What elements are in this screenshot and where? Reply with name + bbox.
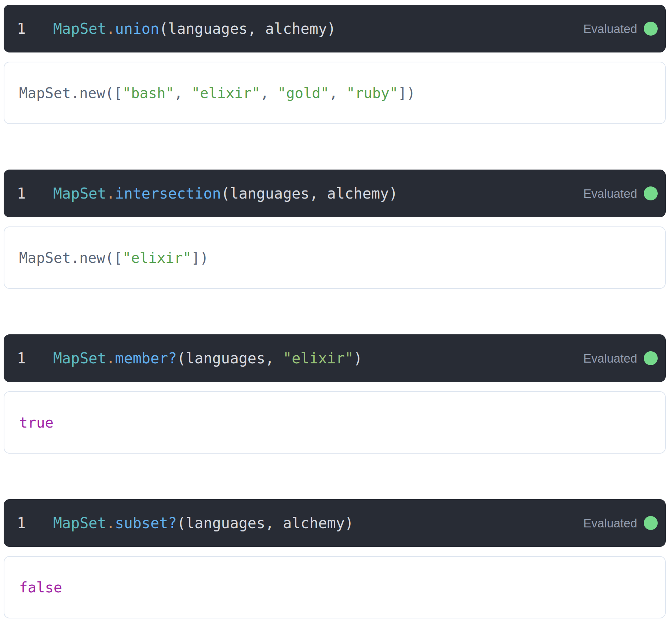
code-cell-editor[interactable]: 1 MapSet.subset?(languages, alchemy) Eva…: [4, 499, 666, 547]
evaluation-status-label: Evaluated: [583, 517, 637, 529]
code-token-boolean: true: [19, 414, 54, 431]
code-token-operator: .: [106, 515, 115, 531]
output-code: false: [19, 580, 62, 595]
evaluated-dot-icon: [644, 516, 658, 530]
output-code: true: [19, 415, 54, 430]
code-token-operator: .: [106, 350, 115, 367]
evaluation-status-label: Evaluated: [583, 188, 637, 200]
evaluation-status: Evaluated: [583, 516, 666, 530]
code-token-string: "ruby": [346, 85, 398, 101]
cell-output: MapSet.new(["bash", "elixir", "gold", "r…: [4, 62, 666, 124]
output-code: MapSet.new(["elixir"]): [19, 251, 209, 265]
output-code: MapSet.new(["bash", "elixir", "gold", "r…: [19, 86, 415, 100]
code-token-string: "elixir": [283, 350, 354, 367]
code-token-boolean: false: [19, 579, 62, 596]
evaluated-dot-icon: [644, 351, 658, 365]
code-token-function: subset?: [115, 515, 177, 531]
code-line[interactable]: MapSet.member?(languages, "elixir"): [53, 351, 362, 366]
code-cell: 1 MapSet.subset?(languages, alchemy) Eva…: [4, 499, 666, 618]
code-token-plain: (languages,: [177, 350, 283, 367]
evaluated-dot-icon: [644, 186, 658, 200]
code-token-plain: (languages, alchemy): [159, 20, 336, 37]
code-token-string: "elixir": [191, 85, 260, 101]
code-token-plain: MapSet.new([: [19, 85, 123, 101]
code-line[interactable]: MapSet.subset?(languages, alchemy): [53, 516, 354, 530]
code-cell-editor[interactable]: 1 MapSet.intersection(languages, alchemy…: [4, 170, 666, 217]
evaluation-status: Evaluated: [583, 22, 666, 36]
code-token-module: MapSet: [53, 350, 106, 367]
code-token-string: "elixir": [123, 250, 191, 266]
code-token-module: MapSet: [53, 515, 106, 531]
code-cell-editor[interactable]: 1 MapSet.member?(languages, "elixir") Ev…: [4, 334, 666, 382]
evaluation-status: Evaluated: [583, 186, 666, 200]
code-token-plain: ,: [174, 85, 191, 101]
code-cell: 1 MapSet.member?(languages, "elixir") Ev…: [4, 334, 666, 454]
line-number: 1: [17, 186, 26, 201]
code-token-plain: ,: [260, 85, 277, 101]
line-number: 1: [17, 516, 26, 530]
code-token-module: MapSet: [53, 20, 106, 37]
code-token-function: intersection: [115, 185, 221, 202]
code-token-plain: (languages, alchemy): [177, 515, 354, 531]
code-cell: 1 MapSet.union(languages, alchemy) Evalu…: [4, 5, 666, 124]
code-token-string: "gold": [277, 85, 329, 101]
code-cell: 1 MapSet.intersection(languages, alchemy…: [4, 170, 666, 289]
code-token-plain: (languages, alchemy): [221, 185, 398, 202]
code-token-operator: .: [106, 20, 115, 37]
code-token-string: "bash": [123, 85, 174, 101]
evaluation-status-label: Evaluated: [583, 352, 637, 364]
code-token-operator: .: [106, 185, 115, 202]
code-token-function: member?: [115, 350, 177, 367]
code-line[interactable]: MapSet.union(languages, alchemy): [53, 21, 336, 36]
cell-output: true: [4, 391, 666, 454]
evaluated-dot-icon: [644, 22, 658, 36]
code-cell-editor[interactable]: 1 MapSet.union(languages, alchemy) Evalu…: [4, 5, 666, 52]
notebook: 1 MapSet.union(languages, alchemy) Evalu…: [0, 0, 672, 618]
code-line[interactable]: MapSet.intersection(languages, alchemy): [53, 186, 398, 201]
code-token-plain: MapSet.new([: [19, 250, 123, 266]
code-token-function: union: [115, 20, 159, 37]
cell-output: false: [4, 556, 666, 618]
evaluation-status: Evaluated: [583, 351, 666, 365]
code-token-plain: ): [354, 350, 362, 367]
code-token-plain: ,: [329, 85, 346, 101]
code-token-plain: ]): [398, 85, 415, 101]
code-token-module: MapSet: [53, 185, 106, 202]
evaluation-status-label: Evaluated: [583, 23, 637, 35]
line-number: 1: [17, 351, 26, 366]
cell-output: MapSet.new(["elixir"]): [4, 226, 666, 289]
code-token-plain: ]): [191, 250, 209, 266]
line-number: 1: [17, 21, 26, 36]
